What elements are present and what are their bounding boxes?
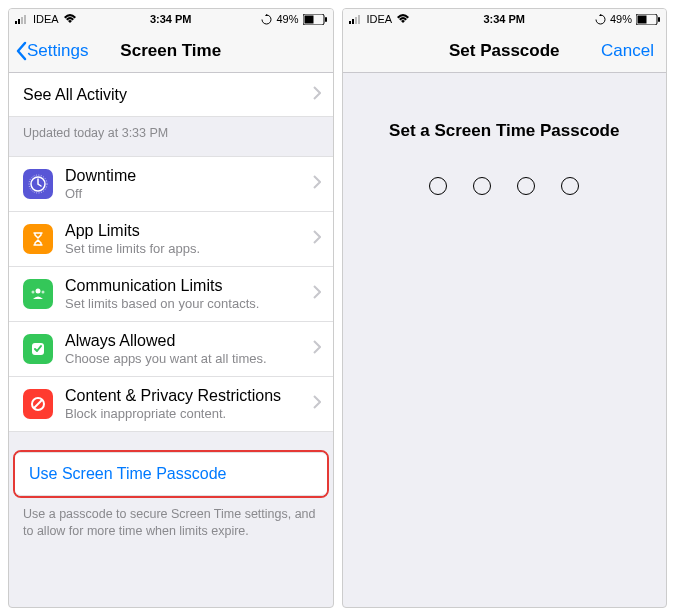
- set-passcode-screen: IDEA 3:34 PM 49% Set Passcode Cancel Set…: [342, 8, 668, 608]
- see-all-activity-cell[interactable]: See All Activity: [9, 73, 333, 117]
- updated-label: Updated today at 3:33 PM: [9, 117, 333, 156]
- svg-rect-6: [325, 17, 327, 22]
- communication-limits-sub: Set limits based on your contacts.: [65, 296, 319, 311]
- nav-bar: Set Passcode Cancel: [343, 29, 667, 73]
- contacts-icon: [23, 279, 53, 309]
- always-allowed-cell[interactable]: Always Allowed Choose apps you want at a…: [9, 322, 333, 377]
- page-title: Set Passcode: [449, 41, 560, 61]
- carrier-label: IDEA: [367, 13, 393, 25]
- passcode-dot: [429, 177, 447, 195]
- svg-point-11: [42, 290, 45, 293]
- svg-rect-17: [355, 17, 357, 24]
- downtime-icon: [23, 169, 53, 199]
- no-entry-icon: [23, 389, 53, 419]
- carrier-label: IDEA: [33, 13, 59, 25]
- always-allowed-title: Always Allowed: [65, 332, 319, 350]
- communication-limits-title: Communication Limits: [65, 277, 319, 295]
- signal-icon: [349, 14, 363, 24]
- cancel-button[interactable]: Cancel: [601, 41, 654, 61]
- content-privacy-title: Content & Privacy Restrictions: [65, 387, 319, 405]
- chevron-right-icon: [313, 340, 321, 358]
- passcode-prompt: Set a Screen Time Passcode: [343, 121, 667, 141]
- status-bar: IDEA 3:34 PM 49%: [343, 9, 667, 29]
- passcode-dot: [561, 177, 579, 195]
- back-button[interactable]: Settings: [15, 41, 88, 61]
- chevron-right-icon: [313, 230, 321, 248]
- downtime-title: Downtime: [65, 167, 319, 185]
- svg-rect-18: [358, 15, 360, 24]
- status-bar: IDEA 3:34 PM 49%: [9, 9, 333, 29]
- svg-rect-0: [15, 21, 17, 24]
- content-privacy-cell[interactable]: Content & Privacy Restrictions Block ina…: [9, 377, 333, 432]
- passcode-dots[interactable]: [343, 177, 667, 195]
- app-limits-cell[interactable]: App Limits Set time limits for apps.: [9, 212, 333, 267]
- chevron-right-icon: [313, 86, 321, 104]
- battery-percent: 49%: [610, 13, 632, 25]
- app-limits-title: App Limits: [65, 222, 319, 240]
- see-all-activity-label: See All Activity: [23, 86, 127, 104]
- wifi-icon: [63, 14, 77, 24]
- passcode-dot: [517, 177, 535, 195]
- svg-point-9: [36, 288, 41, 293]
- screen-time-settings-screen: IDEA 3:34 PM 49% Settings Screen Time Se…: [8, 8, 334, 608]
- svg-rect-16: [352, 19, 354, 24]
- nav-bar: Settings Screen Time: [9, 29, 333, 73]
- downtime-sub: Off: [65, 186, 319, 201]
- app-limits-sub: Set time limits for apps.: [65, 241, 319, 256]
- chevron-right-icon: [313, 285, 321, 303]
- clock: 3:34 PM: [483, 13, 525, 25]
- battery-icon: [303, 14, 327, 25]
- use-passcode-label: Use Screen Time Passcode: [29, 465, 226, 483]
- highlight-annotation: Use Screen Time Passcode: [13, 450, 329, 498]
- use-passcode-cell[interactable]: Use Screen Time Passcode: [15, 452, 327, 496]
- svg-rect-3: [24, 15, 26, 24]
- chevron-right-icon: [313, 175, 321, 193]
- svg-rect-2: [21, 17, 23, 24]
- check-shield-icon: [23, 334, 53, 364]
- content-privacy-sub: Block inappropriate content.: [65, 406, 319, 421]
- svg-rect-5: [304, 15, 313, 23]
- always-allowed-sub: Choose apps you want at all times.: [65, 351, 319, 366]
- svg-rect-21: [658, 17, 660, 22]
- passcode-dot: [473, 177, 491, 195]
- hourglass-icon: [23, 224, 53, 254]
- signal-icon: [15, 14, 29, 24]
- battery-percent: 49%: [276, 13, 298, 25]
- svg-rect-15: [349, 21, 351, 24]
- svg-rect-1: [18, 19, 20, 24]
- passcode-footer: Use a passcode to secure Screen Time set…: [9, 498, 333, 554]
- svg-line-14: [34, 400, 42, 408]
- sync-icon: [261, 14, 272, 25]
- clock: 3:34 PM: [150, 13, 192, 25]
- downtime-cell[interactable]: Downtime Off: [9, 156, 333, 212]
- battery-icon: [636, 14, 660, 25]
- svg-point-10: [32, 290, 35, 293]
- communication-limits-cell[interactable]: Communication Limits Set limits based on…: [9, 267, 333, 322]
- wifi-icon: [396, 14, 410, 24]
- chevron-right-icon: [313, 395, 321, 413]
- page-title: Screen Time: [120, 41, 221, 61]
- back-label: Settings: [27, 41, 88, 61]
- svg-rect-20: [638, 15, 647, 23]
- sync-icon: [595, 14, 606, 25]
